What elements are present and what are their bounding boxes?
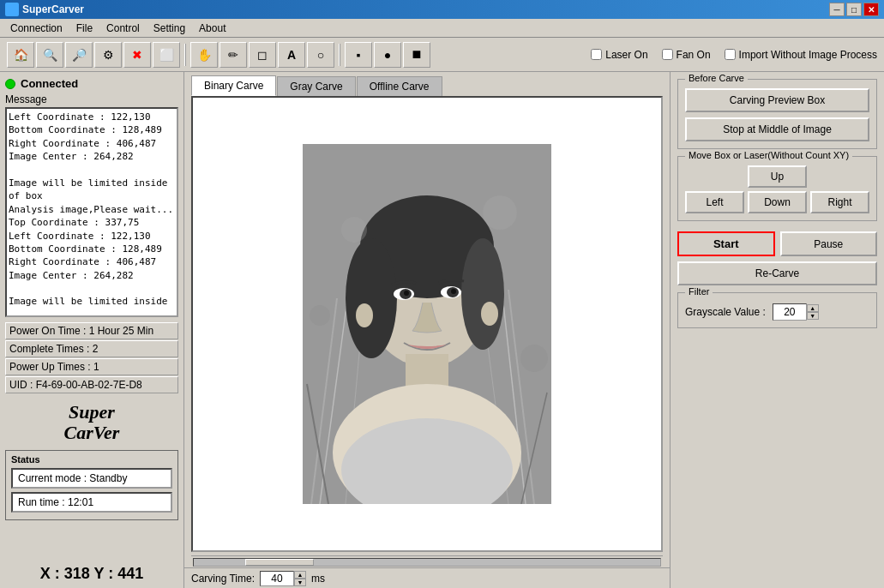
carving-time-down-button[interactable]: ▼ bbox=[294, 579, 306, 586]
home-button[interactable]: 🏠 bbox=[7, 42, 34, 68]
zoom-in-icon: 🔍 bbox=[43, 48, 57, 62]
fan-on-checkbox[interactable] bbox=[662, 49, 673, 60]
tab-gray-carve[interactable]: Gray Carve bbox=[277, 76, 355, 96]
dot2-button[interactable]: ● bbox=[374, 42, 401, 68]
carving-time-input[interactable] bbox=[260, 571, 294, 586]
svg-rect-29 bbox=[303, 144, 551, 504]
grayscale-spinbox[interactable]: ▲ ▼ bbox=[773, 303, 819, 321]
stop-at-middle-button[interactable]: Stop at Middle of Image bbox=[685, 117, 869, 141]
dot3-button[interactable]: ■ bbox=[403, 42, 430, 68]
rect-button[interactable]: ⬜ bbox=[153, 42, 180, 68]
menu-bar: Connection File Control Setting About bbox=[0, 19, 884, 38]
left-button[interactable]: Left bbox=[685, 191, 744, 213]
fan-on-label: Fan On bbox=[677, 49, 711, 61]
close-button[interactable]: ✕ bbox=[863, 3, 879, 16]
logo-area: Super CarVer bbox=[5, 402, 178, 443]
text-icon: A bbox=[287, 48, 296, 62]
hand-button[interactable]: ✋ bbox=[190, 42, 218, 68]
info-section: Power On Time : 1 Hour 25 Min Complete T… bbox=[5, 322, 178, 393]
carving-time-up-button[interactable]: ▲ bbox=[294, 571, 306, 579]
window-controls: ─ □ ✕ bbox=[829, 3, 879, 16]
main-layout: Connected Message Power On Time : 1 Hour… bbox=[0, 72, 884, 588]
move-box-group: Move Box or Laser(Without Count XY) Up L… bbox=[677, 156, 877, 221]
toolbar-right: Laser On Fan On Import Without Image Pro… bbox=[591, 49, 877, 61]
zoom-in-button[interactable]: 🔍 bbox=[36, 42, 63, 68]
re-carve-button[interactable]: Re-Carve bbox=[677, 261, 877, 285]
menu-control[interactable]: Control bbox=[99, 21, 147, 36]
portrait-image bbox=[303, 144, 551, 504]
tab-bar: Binary Carve Gray Carve Offline Carve bbox=[184, 72, 670, 96]
circle-button[interactable]: ○ bbox=[307, 42, 334, 68]
title-bar: SuperCarver ─ □ ✕ bbox=[0, 0, 884, 19]
dot1-button[interactable]: ▪ bbox=[345, 42, 372, 68]
settings-button[interactable]: ⚙ bbox=[94, 42, 122, 68]
circle-icon: ○ bbox=[317, 48, 324, 62]
right-panel: Before Carve Carving Preview Box Stop at… bbox=[670, 72, 884, 588]
carving-time-spinbox[interactable]: ▲ ▼ bbox=[260, 571, 306, 586]
menu-about[interactable]: About bbox=[192, 21, 232, 36]
minimize-button[interactable]: ─ bbox=[829, 3, 845, 16]
toolbar-separator-1 bbox=[184, 44, 186, 66]
start-pause-row: Start Pause bbox=[677, 231, 877, 256]
eraser-button[interactable]: ◻ bbox=[249, 42, 276, 68]
coord-bar: X : 318 Y : 441 bbox=[5, 560, 178, 583]
tab-binary-carve[interactable]: Binary Carve bbox=[191, 75, 276, 96]
delete-icon: ✖ bbox=[132, 48, 142, 62]
move-box-label: Move Box or Laser(Without Count XY) bbox=[685, 150, 852, 160]
left-panel: Connected Message Power On Time : 1 Hour… bbox=[0, 72, 184, 588]
start-button[interactable]: Start bbox=[677, 231, 775, 256]
window-title: SuperCarver bbox=[22, 3, 84, 15]
current-mode: Current mode : Standby bbox=[11, 468, 172, 489]
power-on-time: Power On Time : 1 Hour 25 Min bbox=[5, 322, 178, 339]
app-icon bbox=[5, 3, 19, 16]
fan-on-group[interactable]: Fan On bbox=[662, 49, 711, 61]
up-button[interactable]: Up bbox=[748, 165, 807, 188]
scroll-thumb[interactable] bbox=[245, 559, 314, 566]
filter-group: Filter Grayscale Value : ▲ ▼ bbox=[677, 292, 877, 328]
dot1-icon: ▪ bbox=[357, 48, 361, 62]
home-icon: 🏠 bbox=[14, 48, 28, 62]
grayscale-label: Grayscale Value : bbox=[685, 306, 766, 318]
canvas-area bbox=[191, 96, 663, 552]
logo-line1: Super bbox=[5, 402, 178, 423]
horizontal-scrollbar[interactable] bbox=[191, 555, 663, 567]
carving-preview-box-button[interactable]: Carving Preview Box bbox=[685, 88, 869, 112]
connected-label: Connected bbox=[21, 77, 78, 90]
menu-setting[interactable]: Setting bbox=[147, 21, 192, 36]
logo: Super CarVer bbox=[5, 402, 178, 443]
toolbar: 🏠 🔍 🔎 ⚙ ✖ ⬜ ✋ ✏ ◻ A ○ ▪ ● ■ Laser On Fan… bbox=[0, 38, 884, 72]
down-button[interactable]: Down bbox=[748, 191, 807, 213]
filter-label: Filter bbox=[685, 286, 713, 297]
run-time: Run time : 12:01 bbox=[11, 492, 172, 513]
laser-on-group[interactable]: Laser On bbox=[591, 49, 647, 61]
menu-file[interactable]: File bbox=[69, 21, 99, 36]
zoom-out-button[interactable]: 🔎 bbox=[65, 42, 93, 68]
laser-on-label: Laser On bbox=[605, 49, 647, 61]
pencil-button[interactable]: ✏ bbox=[219, 42, 247, 68]
import-without-label: Import Without Image Process bbox=[739, 49, 877, 61]
grayscale-down-button[interactable]: ▼ bbox=[807, 312, 819, 320]
connected-indicator bbox=[5, 79, 15, 89]
eraser-icon: ◻ bbox=[257, 48, 268, 62]
delete-button[interactable]: ✖ bbox=[123, 42, 151, 68]
pause-button[interactable]: Pause bbox=[780, 231, 878, 256]
settings-icon: ⚙ bbox=[103, 48, 114, 62]
maximize-button[interactable]: □ bbox=[846, 3, 862, 16]
import-without-checkbox[interactable] bbox=[725, 49, 736, 60]
logo-line2: CarVer bbox=[5, 423, 178, 443]
connection-status: Connected bbox=[5, 77, 178, 90]
carving-time-unit: ms bbox=[311, 573, 325, 585]
dot2-icon: ● bbox=[384, 48, 391, 62]
scroll-track[interactable] bbox=[193, 558, 661, 567]
carving-time-spin-buttons: ▲ ▼ bbox=[294, 571, 306, 586]
laser-on-checkbox[interactable] bbox=[591, 49, 602, 60]
grayscale-up-button[interactable]: ▲ bbox=[807, 304, 819, 312]
tab-offline-carve[interactable]: Offline Carve bbox=[357, 76, 442, 96]
pencil-icon: ✏ bbox=[228, 48, 238, 62]
import-without-group[interactable]: Import Without Image Process bbox=[725, 49, 877, 61]
text-button[interactable]: A bbox=[278, 42, 305, 68]
right-button[interactable]: Right bbox=[810, 191, 869, 213]
grayscale-input[interactable] bbox=[773, 303, 807, 321]
message-box[interactable] bbox=[5, 107, 178, 317]
menu-connection[interactable]: Connection bbox=[3, 21, 69, 36]
